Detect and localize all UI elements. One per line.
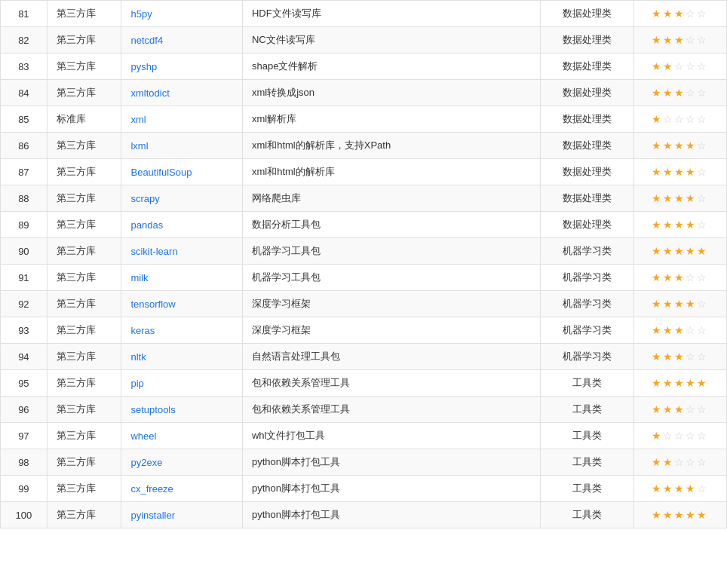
table-row: 89 第三方库 pandas 数据分析工具包 数据处理类 ★★★★☆ <box>1 212 727 238</box>
table-row: 87 第三方库 BeautifulSoup xml和html的解析库 数据处理类… <box>1 159 727 185</box>
star-empty: ☆ <box>697 60 708 72</box>
table-row: 86 第三方库 lxml xml和html的解析库，支持XPath 数据处理类 … <box>1 133 727 159</box>
row-type: 第三方库 <box>47 238 121 265</box>
row-name[interactable]: netcdf4 <box>121 27 243 54</box>
star-empty: ☆ <box>686 351 697 363</box>
table-row: 81 第三方库 h5py HDF文件读写库 数据处理类 ★★★☆☆ <box>1 1 727 27</box>
row-id: 89 <box>1 212 48 238</box>
row-stars: ★★★☆☆ <box>633 317 727 344</box>
row-desc: python脚本打包工具 <box>242 449 540 476</box>
star-filled: ★ <box>663 298 674 310</box>
star-empty: ☆ <box>663 113 674 125</box>
row-desc: 自然语言处理工具包 <box>242 344 540 370</box>
star-filled: ★ <box>686 192 697 204</box>
row-id: 90 <box>1 238 48 265</box>
row-name[interactable]: h5py <box>121 1 243 27</box>
star-filled: ★ <box>652 113 663 125</box>
row-type: 第三方库 <box>47 476 121 502</box>
row-desc: 网络爬虫库 <box>242 185 540 212</box>
row-type: 第三方库 <box>47 502 121 528</box>
star-filled: ★ <box>652 192 663 204</box>
row-name[interactable]: nltk <box>121 344 243 370</box>
star-filled: ★ <box>674 351 686 363</box>
row-category: 数据处理类 <box>541 106 633 133</box>
row-name[interactable]: pyshp <box>121 54 243 80</box>
star-empty: ☆ <box>697 34 708 46</box>
star-filled: ★ <box>652 271 663 283</box>
row-id: 99 <box>1 476 48 502</box>
star-filled: ★ <box>663 60 674 72</box>
row-category: 机器学习类 <box>541 265 633 291</box>
row-stars: ★☆☆☆☆ <box>633 106 727 133</box>
row-name[interactable]: scikit-learn <box>121 238 243 265</box>
row-category: 数据处理类 <box>541 27 633 54</box>
row-type: 第三方库 <box>47 317 121 344</box>
row-id: 82 <box>1 27 48 54</box>
row-category: 数据处理类 <box>541 54 633 80</box>
row-category: 机器学习类 <box>541 344 633 370</box>
star-filled: ★ <box>663 8 674 20</box>
row-name[interactable]: scrapy <box>121 185 243 212</box>
star-filled: ★ <box>652 351 663 363</box>
row-category: 数据处理类 <box>541 159 633 185</box>
row-name[interactable]: wheel <box>121 423 243 449</box>
row-category: 数据处理类 <box>541 133 633 159</box>
row-category: 工具类 <box>541 449 633 476</box>
star-empty: ☆ <box>686 34 697 46</box>
row-name[interactable]: tensorflow <box>121 291 243 317</box>
star-filled: ★ <box>663 456 674 468</box>
row-type: 第三方库 <box>47 212 121 238</box>
star-filled: ★ <box>663 219 674 231</box>
row-type: 第三方库 <box>47 397 121 423</box>
star-empty: ☆ <box>697 324 708 336</box>
star-filled: ★ <box>663 482 674 495</box>
row-name[interactable]: pyinstaller <box>121 502 243 528</box>
row-id: 86 <box>1 133 48 159</box>
star-filled: ★ <box>686 298 697 310</box>
star-filled: ★ <box>686 377 697 389</box>
row-name[interactable]: milk <box>121 265 243 291</box>
row-name[interactable]: pip <box>121 370 243 397</box>
row-desc: xml解析库 <box>242 106 540 133</box>
row-category: 机器学习类 <box>541 291 633 317</box>
star-filled: ★ <box>663 192 674 204</box>
star-empty: ☆ <box>697 8 708 20</box>
row-desc: 数据分析工具包 <box>242 212 540 238</box>
row-desc: shape文件解析 <box>242 54 540 80</box>
star-filled: ★ <box>674 87 686 99</box>
star-empty: ☆ <box>674 60 686 72</box>
row-name[interactable]: setuptools <box>121 397 243 423</box>
star-empty: ☆ <box>674 113 686 125</box>
table-row: 85 标准库 xml xml解析库 数据处理类 ★☆☆☆☆ <box>1 106 727 133</box>
star-empty: ☆ <box>697 113 708 125</box>
row-name[interactable]: BeautifulSoup <box>121 159 243 185</box>
table-row: 96 第三方库 setuptools 包和依赖关系管理工具 工具类 ★★★☆☆ <box>1 397 727 423</box>
row-type: 第三方库 <box>47 265 121 291</box>
row-desc: whl文件打包工具 <box>242 423 540 449</box>
row-desc: HDF文件读写库 <box>242 1 540 27</box>
row-id: 95 <box>1 370 48 397</box>
table-row: 82 第三方库 netcdf4 NC文件读写库 数据处理类 ★★★☆☆ <box>1 27 727 54</box>
row-name[interactable]: cx_freeze <box>121 476 243 502</box>
row-type: 第三方库 <box>47 133 121 159</box>
row-name[interactable]: keras <box>121 317 243 344</box>
row-stars: ★★★★☆ <box>633 476 727 502</box>
row-type: 第三方库 <box>47 370 121 397</box>
row-stars: ★★★☆☆ <box>633 344 727 370</box>
row-category: 数据处理类 <box>541 212 633 238</box>
row-name[interactable]: lxml <box>121 133 243 159</box>
star-filled: ★ <box>686 166 697 178</box>
row-name[interactable]: xml <box>121 106 243 133</box>
table-row: 91 第三方库 milk 机器学习工具包 机器学习类 ★★★☆☆ <box>1 265 727 291</box>
row-stars: ★★★★☆ <box>633 291 727 317</box>
row-id: 100 <box>1 502 48 528</box>
row-name[interactable]: py2exe <box>121 449 243 476</box>
star-filled: ★ <box>652 166 663 178</box>
row-name[interactable]: xmltodict <box>121 80 243 106</box>
row-name[interactable]: pandas <box>121 212 243 238</box>
row-type: 第三方库 <box>47 423 121 449</box>
table-row: 99 第三方库 cx_freeze python脚本打包工具 工具类 ★★★★☆ <box>1 476 727 502</box>
star-filled: ★ <box>686 245 697 257</box>
table-row: 90 第三方库 scikit-learn 机器学习工具包 机器学习类 ★★★★★ <box>1 238 727 265</box>
star-filled: ★ <box>663 351 674 363</box>
